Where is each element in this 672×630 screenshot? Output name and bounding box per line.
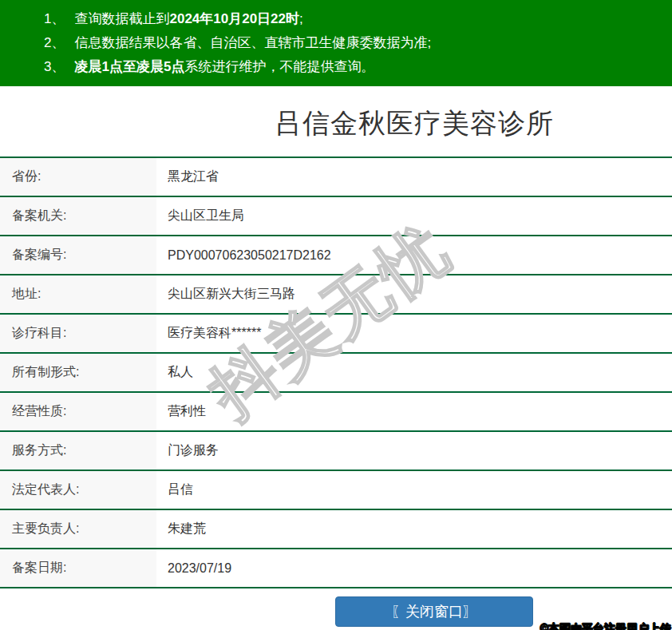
row-value: PDY00070623050217D2162 <box>156 236 672 274</box>
notice-text: ; <box>299 11 303 26</box>
title-row: 吕信金秋医疗美容诊所 <box>156 86 672 157</box>
table-row: 所有制形式: 私人 <box>0 354 672 393</box>
row-value: 尖山区新兴大街三马路 <box>156 275 672 313</box>
notice-line-1: 1、查询数据截止到2024年10月20日22时; <box>44 7 656 31</box>
notice-line-3: 3、凌晨1点至凌晨5点系统进行维护，不能提供查询。 <box>44 55 656 79</box>
footer: 〖关闭窗口〗 ©本图由平台注册用户上传 <box>0 596 672 630</box>
notice-text-bold: 2024年10月20日22时 <box>169 11 299 26</box>
attribution-watermark-text: ©本图由平台注册用户上传 <box>540 622 671 630</box>
row-value: 门诊服务 <box>156 432 672 470</box>
row-label: 地址: <box>0 275 156 313</box>
notice-line-2: 2、信息数据结果以各省、自治区、直辖市卫生健康委数据为准; <box>44 31 656 55</box>
table-row: 诊疗科目: 医疗美容科****** <box>0 315 672 354</box>
row-label: 备案编号: <box>0 236 156 274</box>
table-row: 备案日期: 2023/07/19 <box>0 549 672 588</box>
notice-line-number: 2、 <box>44 35 65 50</box>
table-row: 地址: 尖山区新兴大街三马路 <box>0 275 672 315</box>
row-label: 省份: <box>0 158 156 196</box>
close-window-button[interactable]: 〖关闭窗口〗 <box>335 596 533 627</box>
notice-text: 信息数据结果以各省、自治区、直辖市卫生健康委数据为准; <box>74 35 431 50</box>
row-label: 备案日期: <box>0 549 156 587</box>
table-row: 服务方式: 门诊服务 <box>0 432 672 471</box>
row-label: 服务方式: <box>0 432 156 470</box>
row-value: 2023/07/19 <box>156 549 672 587</box>
notice-text: 查询数据截止到 <box>74 11 169 26</box>
row-label: 所有制形式: <box>0 354 156 391</box>
table-row: 备案机关: 尖山区卫生局 <box>0 197 672 236</box>
record-table: 省份: 黑龙江省 备案机关: 尖山区卫生局 备案编号: PDY000706230… <box>0 157 672 588</box>
row-value: 黑龙江省 <box>156 158 672 196</box>
row-value: 朱建荒 <box>156 510 672 548</box>
table-row: 省份: 黑龙江省 <box>0 158 672 197</box>
table-row: 法定代表人: 吕信 <box>0 471 672 510</box>
page-title: 吕信金秋医疗美容诊所 <box>275 108 554 138</box>
row-value: 营利性 <box>156 393 672 430</box>
table-row: 经营性质: 营利性 <box>0 393 672 432</box>
notice-line-number: 3、 <box>44 59 65 74</box>
row-value: 医疗美容科****** <box>156 315 672 352</box>
table-row: 备案编号: PDY00070623050217D2162 <box>0 236 672 275</box>
row-label: 主要负责人: <box>0 510 156 548</box>
row-value: 尖山区卫生局 <box>156 197 672 235</box>
notice-text-bold: 凌晨1点至凌晨5点 <box>74 59 184 74</box>
row-value: 吕信 <box>156 471 672 509</box>
notice-text: 系统进行维护，不能提供查询。 <box>184 59 374 74</box>
row-value: 私人 <box>156 354 672 391</box>
notice-banner: 1、查询数据截止到2024年10月20日22时; 2、信息数据结果以各省、自治区… <box>0 0 672 86</box>
notice-line-number: 1、 <box>44 11 65 26</box>
table-row: 主要负责人: 朱建荒 <box>0 510 672 549</box>
row-label: 经营性质: <box>0 393 156 430</box>
row-label: 法定代表人: <box>0 471 156 509</box>
row-label: 备案机关: <box>0 197 156 235</box>
row-label: 诊疗科目: <box>0 315 156 352</box>
